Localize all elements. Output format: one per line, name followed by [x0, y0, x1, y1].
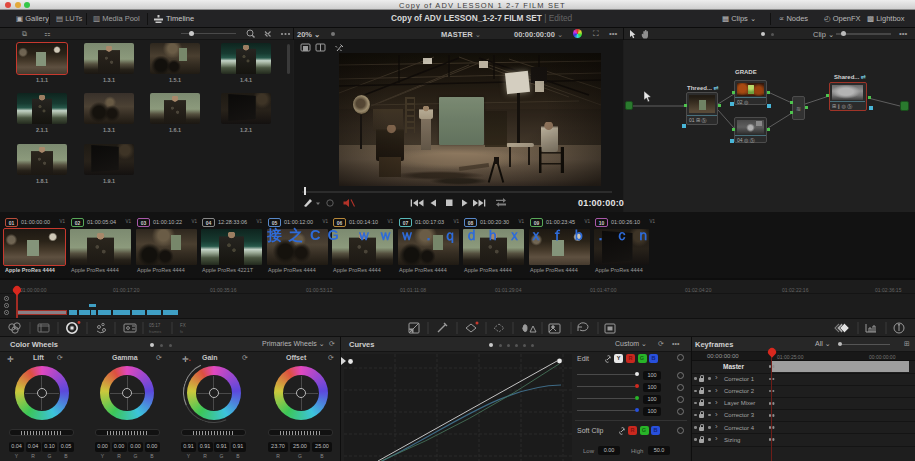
- svg-text:fx: fx: [180, 329, 183, 334]
- svg-text:05:17: 05:17: [149, 323, 161, 328]
- svg-text:frames: frames: [149, 329, 161, 334]
- svg-text:FX: FX: [180, 323, 186, 328]
